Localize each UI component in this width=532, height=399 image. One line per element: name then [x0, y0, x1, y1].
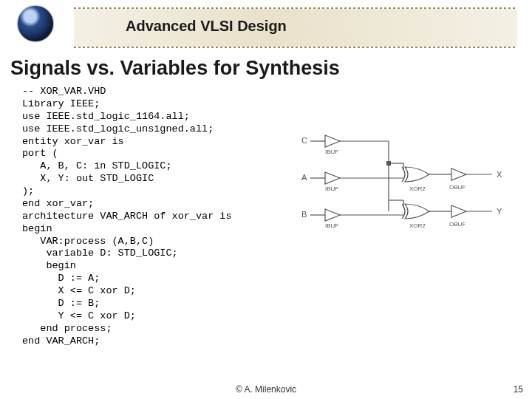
svg-marker-8 [325, 209, 340, 221]
slide-title: Signals vs. Variables for Synthesis [10, 57, 522, 80]
signal-label-a: A [301, 173, 307, 182]
gate-label-xor2: XOR2 [409, 222, 426, 229]
globe-icon [18, 6, 53, 41]
gate-label-obuf-x: OBUF [449, 184, 466, 191]
svg-marker-18 [451, 205, 466, 217]
svg-marker-16 [451, 168, 466, 180]
header-rule-top [74, 7, 517, 9]
header-rule-bottom [74, 47, 517, 48]
course-title: Advanced VLSI Design [126, 18, 287, 35]
gate-label-xor1: XOR2 [409, 185, 426, 192]
footer-copyright: © A. Milenkovic [0, 384, 532, 395]
signal-label-y: Y [497, 207, 502, 216]
gate-label-ibuf-a: IBUF [325, 185, 338, 192]
svg-marker-5 [325, 172, 340, 184]
gate-label-ibuf-c: IBUF [325, 149, 338, 155]
gate-label-obuf-y: OBUF [449, 221, 466, 228]
signal-label-x: X [497, 170, 502, 179]
svg-marker-1 [325, 135, 340, 147]
schematic-diagram: C IBUF A IBUF B IBUF XOR2 XOR2 [300, 130, 522, 256]
header-bar: Advanced VLSI Design [15, 7, 517, 48]
signal-label-b: B [301, 210, 307, 219]
gate-label-ibuf-b: IBUF [325, 222, 338, 229]
slide-content: -- XOR_VAR.VHD Library IEEE; use IEEE.st… [22, 86, 517, 347]
signal-label-c: C [301, 136, 307, 145]
page-number: 15 [514, 384, 523, 395]
